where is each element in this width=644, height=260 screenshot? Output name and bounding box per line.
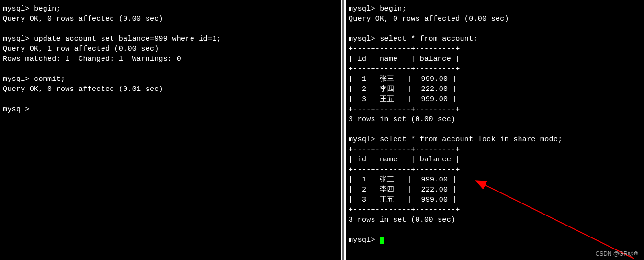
terminal-output-line: | 2 | 李四 | 222.00 |	[349, 185, 641, 195]
terminal-output-line	[349, 225, 641, 235]
terminal-output-line: | 1 | 张三 | 999.00 |	[349, 74, 641, 84]
terminal-output-line: Query OK, 0 rows affected (0.01 sec)	[3, 84, 338, 94]
terminal-output-line: 3 rows in set (0.00 sec)	[349, 215, 641, 225]
terminal-output-line: | 3 | 王五 | 999.00 |	[349, 195, 641, 205]
sql-command: select * from account lock in share mode…	[380, 136, 562, 144]
terminal-output-line: +----+--------+---------+	[349, 44, 641, 54]
sql-command: commit;	[34, 75, 65, 83]
mysql-prompt: mysql>	[349, 35, 380, 43]
sql-command: begin;	[380, 5, 407, 13]
mysql-prompt: mysql>	[3, 105, 34, 113]
sql-command: update account set balance=999 where id=…	[34, 35, 221, 43]
terminal-output-line: +----+--------+---------+	[349, 104, 641, 114]
mysql-prompt: mysql>	[3, 35, 34, 43]
mysql-prompt: mysql>	[3, 75, 34, 83]
terminal-output-line: | id | name | balance |	[349, 155, 641, 165]
terminal-output-line: | 1 | 张三 | 999.00 |	[349, 175, 641, 185]
terminal-line: mysql> begin;	[3, 4, 338, 14]
terminal-line: mysql> select * from account;	[349, 34, 641, 44]
terminal-output-line: Query OK, 0 rows affected (0.00 sec)	[349, 14, 641, 24]
right-terminal[interactable]: mysql> begin;Query OK, 0 rows affected (…	[346, 0, 644, 260]
terminal-output-line: Rows matched: 1 Changed: 1 Warnings: 0	[3, 54, 338, 64]
terminal-output-line: +----+--------+---------+	[349, 165, 641, 175]
terminal-output-line: 3 rows in set (0.00 sec)	[349, 114, 641, 124]
terminal-output-line: Query OK, 1 row affected (0.00 sec)	[3, 44, 338, 54]
mysql-prompt: mysql>	[349, 236, 380, 244]
left-terminal[interactable]: mysql> begin;Query OK, 0 rows affected (…	[0, 0, 341, 260]
terminal-output-line	[3, 94, 338, 104]
terminal-output-line	[349, 24, 641, 34]
cursor-solid-icon	[380, 237, 384, 244]
terminal-output-line: +----+--------+---------+	[349, 205, 641, 215]
sql-command: select * from account;	[380, 35, 478, 43]
terminal-output-line	[349, 124, 641, 135]
mysql-prompt: mysql>	[349, 136, 380, 144]
terminal-output-line: | 3 | 王五 | 999.00 |	[349, 94, 641, 104]
terminal-line: mysql>	[3, 104, 338, 114]
terminal-line: mysql>	[349, 235, 641, 245]
split-terminal-container: mysql> begin;Query OK, 0 rows affected (…	[0, 0, 644, 260]
terminal-output-line	[3, 64, 338, 74]
terminal-output-line: | id | name | balance |	[349, 54, 641, 64]
terminal-line: mysql> begin;	[349, 4, 641, 14]
terminal-output-line: Query OK, 0 rows affected (0.00 sec)	[3, 14, 338, 24]
mysql-prompt: mysql>	[349, 5, 380, 13]
terminal-line: mysql> commit;	[3, 74, 338, 84]
terminal-output-line: | 2 | 李四 | 222.00 |	[349, 84, 641, 94]
terminal-output-line: +----+--------+---------+	[349, 145, 641, 155]
sql-command: begin;	[34, 5, 61, 13]
pane-divider[interactable]	[341, 0, 346, 260]
terminal-line: mysql> select * from account lock in sha…	[349, 135, 641, 145]
cursor-hollow-icon	[34, 106, 38, 113]
mysql-prompt: mysql>	[3, 5, 34, 13]
terminal-line: mysql> update account set balance=999 wh…	[3, 34, 338, 44]
terminal-output-line: +----+--------+---------+	[349, 64, 641, 74]
terminal-output-line	[3, 24, 338, 34]
watermark-text: CSDN @GR鲸鱼	[595, 250, 639, 258]
